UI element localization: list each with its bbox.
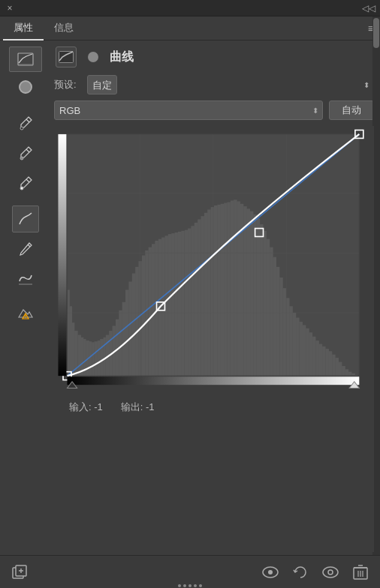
svg-rect-53 <box>178 232 181 376</box>
channel-select[interactable]: RGB <box>54 100 323 120</box>
svg-rect-88 <box>293 313 296 376</box>
svg-rect-90 <box>300 322 303 376</box>
svg-rect-97 <box>322 346 325 376</box>
preset-label: 预设: <box>54 78 81 92</box>
svg-line-8 <box>28 244 30 247</box>
svg-rect-63 <box>211 207 214 376</box>
preset-row: 预设: 自定 <box>54 75 374 94</box>
tab-bar: 属性 信息 ≡ <box>0 16 380 40</box>
dot-2 <box>183 584 186 587</box>
svg-rect-80 <box>267 239 270 376</box>
svg-rect-70 <box>234 200 237 376</box>
svg-point-130 <box>323 567 338 578</box>
scrollbar-thumb[interactable] <box>373 18 379 48</box>
panel-title: 曲线 <box>110 50 134 65</box>
tab-properties[interactable]: 属性 <box>3 16 44 40</box>
svg-rect-78 <box>260 224 263 376</box>
title-bar: × ◁◁ <box>0 0 380 16</box>
svg-rect-84 <box>279 278 282 376</box>
svg-rect-121 <box>67 376 359 385</box>
svg-rect-89 <box>296 318 299 376</box>
svg-rect-43 <box>145 250 148 376</box>
eyedropper-black-tool[interactable] <box>12 110 39 136</box>
dot-5 <box>199 584 202 587</box>
target-adjust-tool[interactable] <box>9 46 42 72</box>
circle-tool[interactable] <box>15 76 36 98</box>
svg-rect-85 <box>283 288 286 376</box>
smooth-tool[interactable] <box>12 266 39 292</box>
svg-rect-45 <box>152 244 155 376</box>
svg-point-131 <box>328 570 333 574</box>
svg-rect-59 <box>198 220 201 376</box>
svg-rect-68 <box>227 202 230 376</box>
svg-rect-29 <box>100 339 103 376</box>
svg-rect-58 <box>195 223 198 376</box>
svg-rect-40 <box>135 267 138 376</box>
eyedropper-white-tool[interactable] <box>12 170 39 196</box>
svg-rect-25 <box>89 341 92 376</box>
svg-rect-42 <box>142 256 145 376</box>
curve-header: 曲线 <box>54 46 374 68</box>
svg-rect-83 <box>276 267 279 376</box>
svg-rect-98 <box>326 349 329 376</box>
curve-chart[interactable] <box>54 126 374 396</box>
svg-rect-27 <box>95 341 98 376</box>
left-toolbar <box>0 40 51 555</box>
svg-rect-91 <box>303 325 306 376</box>
input-label: 输入: -1 <box>69 400 103 414</box>
new-layer-icon[interactable] <box>9 562 30 583</box>
svg-rect-87 <box>289 306 292 376</box>
svg-rect-101 <box>336 358 339 376</box>
pencil-tool[interactable] <box>12 236 39 262</box>
clipping-warning-tool[interactable] <box>12 298 39 326</box>
svg-rect-104 <box>345 369 348 376</box>
svg-rect-93 <box>309 332 312 376</box>
bottom-dots <box>167 584 213 588</box>
svg-rect-19 <box>72 322 74 376</box>
visibility-off-icon[interactable] <box>320 562 341 583</box>
dot-1 <box>178 584 181 587</box>
svg-point-3 <box>20 127 23 130</box>
svg-rect-95 <box>315 340 318 376</box>
channel-row: RGB 自动 <box>54 100 374 120</box>
svg-rect-62 <box>207 209 210 376</box>
eye-on-icon[interactable] <box>260 562 281 583</box>
curve-draw-tool[interactable] <box>12 206 39 232</box>
svg-rect-76 <box>253 214 256 376</box>
bottom-left-icons <box>9 562 30 583</box>
delete-icon[interactable] <box>350 562 371 583</box>
channel-select-wrapper: RGB <box>54 100 323 120</box>
preset-select[interactable]: 自定 <box>87 75 117 94</box>
svg-rect-39 <box>132 274 135 376</box>
svg-line-6 <box>26 179 29 182</box>
svg-rect-52 <box>175 232 178 376</box>
collapse-button[interactable]: ◁◁ <box>362 3 375 14</box>
svg-rect-67 <box>224 203 227 376</box>
svg-rect-50 <box>168 234 171 376</box>
svg-rect-92 <box>306 328 309 376</box>
bottom-right-icons <box>260 562 371 583</box>
rotate-icon[interactable] <box>290 562 311 583</box>
right-panel: 曲线 预设: 自定 RGB 自动 <box>51 40 380 555</box>
curve-adjustment-icon <box>56 46 77 68</box>
svg-rect-94 <box>312 337 315 376</box>
svg-rect-44 <box>149 248 152 376</box>
svg-rect-61 <box>204 213 207 376</box>
svg-rect-51 <box>171 233 174 376</box>
svg-rect-65 <box>217 205 220 376</box>
svg-rect-100 <box>332 355 335 376</box>
io-row: 输入: -1 输出: -1 <box>54 396 374 416</box>
preset-select-wrapper: 自定 <box>87 75 374 94</box>
eyedropper-gray-tool[interactable] <box>12 140 39 166</box>
svg-rect-96 <box>319 344 322 376</box>
svg-rect-30 <box>104 338 106 376</box>
svg-line-4 <box>26 149 29 152</box>
svg-rect-105 <box>348 372 351 376</box>
auto-button[interactable]: 自动 <box>329 100 374 120</box>
tab-info[interactable]: 信息 <box>44 16 84 40</box>
close-button[interactable]: × <box>5 3 15 14</box>
svg-rect-79 <box>264 231 267 376</box>
svg-rect-64 <box>214 206 217 376</box>
svg-rect-55 <box>185 230 188 376</box>
curve-area: 输入: -1 输出: -1 <box>54 126 374 552</box>
